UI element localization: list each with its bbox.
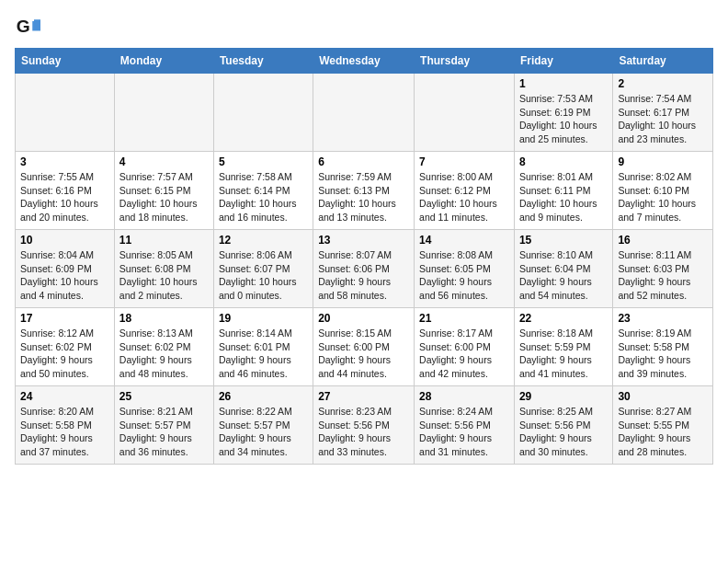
- weekday-header-tuesday: Tuesday: [213, 49, 313, 74]
- calendar-cell: 9Sunrise: 8:02 AMSunset: 6:10 PMDaylight…: [613, 152, 713, 230]
- day-number: 22: [519, 312, 608, 325]
- weekday-header-sunday: Sunday: [16, 49, 115, 74]
- day-info: Sunrise: 8:14 AMSunset: 6:01 PMDaylight:…: [219, 327, 308, 381]
- calendar-cell: 28Sunrise: 8:24 AMSunset: 5:56 PMDayligh…: [415, 386, 515, 465]
- day-number: 8: [519, 155, 608, 168]
- calendar-cell: 26Sunrise: 8:22 AMSunset: 5:57 PMDayligh…: [213, 386, 313, 465]
- day-info: Sunrise: 8:00 AMSunset: 6:12 PMDaylight:…: [419, 170, 509, 224]
- day-number: 14: [419, 234, 509, 247]
- calendar-cell: 7Sunrise: 8:00 AMSunset: 6:12 PMDaylight…: [415, 152, 515, 230]
- calendar-cell: 17Sunrise: 8:12 AMSunset: 6:02 PMDayligh…: [16, 308, 115, 386]
- day-number: 6: [318, 155, 409, 168]
- day-number: 7: [419, 155, 509, 168]
- calendar-cell: [313, 74, 415, 152]
- day-number: 5: [219, 155, 308, 168]
- day-info: Sunrise: 8:08 AMSunset: 6:05 PMDaylight:…: [419, 248, 509, 303]
- weekday-header-saturday: Saturday: [613, 49, 713, 74]
- week-row-2: 3Sunrise: 7:55 AMSunset: 6:16 PMDaylight…: [16, 152, 713, 230]
- logo-icon: G: [15, 15, 40, 40]
- calendar-cell: 5Sunrise: 7:58 AMSunset: 6:14 PMDaylight…: [213, 152, 313, 230]
- calendar-cell: 11Sunrise: 8:05 AMSunset: 6:08 PMDayligh…: [114, 230, 213, 308]
- day-info: Sunrise: 8:17 AMSunset: 6:00 PMDaylight:…: [419, 327, 509, 381]
- calendar-cell: 10Sunrise: 8:04 AMSunset: 6:09 PMDayligh…: [16, 230, 115, 308]
- calendar-cell: 1Sunrise: 7:53 AMSunset: 6:19 PMDaylight…: [514, 74, 612, 152]
- day-info: Sunrise: 8:06 AMSunset: 6:07 PMDaylight:…: [219, 248, 308, 303]
- week-row-4: 17Sunrise: 8:12 AMSunset: 6:02 PMDayligh…: [16, 308, 713, 386]
- day-info: Sunrise: 8:15 AMSunset: 6:00 PMDaylight:…: [318, 327, 409, 381]
- calendar-cell: 15Sunrise: 8:10 AMSunset: 6:04 PMDayligh…: [514, 230, 612, 308]
- day-info: Sunrise: 7:54 AMSunset: 6:17 PMDaylight:…: [618, 92, 708, 146]
- calendar-table: SundayMondayTuesdayWednesdayThursdayFrid…: [15, 48, 713, 465]
- weekday-header-row: SundayMondayTuesdayWednesdayThursdayFrid…: [16, 49, 713, 74]
- day-info: Sunrise: 8:19 AMSunset: 5:58 PMDaylight:…: [618, 327, 708, 381]
- calendar-cell: 24Sunrise: 8:20 AMSunset: 5:58 PMDayligh…: [16, 386, 115, 465]
- day-info: Sunrise: 7:55 AMSunset: 6:16 PMDaylight:…: [20, 170, 109, 224]
- day-number: 12: [219, 234, 308, 247]
- day-info: Sunrise: 8:02 AMSunset: 6:10 PMDaylight:…: [618, 170, 708, 224]
- calendar-cell: [16, 74, 115, 152]
- day-info: Sunrise: 8:07 AMSunset: 6:06 PMDaylight:…: [318, 248, 409, 303]
- calendar-cell: [415, 74, 515, 152]
- day-info: Sunrise: 8:21 AMSunset: 5:57 PMDaylight:…: [119, 405, 209, 459]
- day-number: 29: [519, 390, 608, 403]
- calendar-cell: 23Sunrise: 8:19 AMSunset: 5:58 PMDayligh…: [613, 308, 713, 386]
- day-info: Sunrise: 8:11 AMSunset: 6:03 PMDaylight:…: [618, 248, 708, 303]
- day-number: 13: [318, 234, 409, 247]
- calendar-cell: 29Sunrise: 8:25 AMSunset: 5:56 PMDayligh…: [514, 386, 612, 465]
- day-number: 17: [20, 312, 109, 325]
- day-number: 23: [618, 312, 708, 325]
- day-info: Sunrise: 7:59 AMSunset: 6:13 PMDaylight:…: [318, 170, 409, 224]
- day-number: 26: [219, 390, 308, 403]
- day-info: Sunrise: 8:05 AMSunset: 6:08 PMDaylight:…: [119, 248, 209, 303]
- calendar-cell: 6Sunrise: 7:59 AMSunset: 6:13 PMDaylight…: [313, 152, 415, 230]
- day-number: 25: [119, 390, 209, 403]
- day-number: 3: [20, 155, 109, 168]
- logo: G: [15, 15, 45, 40]
- day-number: 1: [519, 77, 608, 90]
- day-info: Sunrise: 7:58 AMSunset: 6:14 PMDaylight:…: [219, 170, 308, 224]
- calendar-cell: [213, 74, 313, 152]
- calendar-cell: 8Sunrise: 8:01 AMSunset: 6:11 PMDaylight…: [514, 152, 612, 230]
- day-number: 11: [119, 234, 209, 247]
- week-row-3: 10Sunrise: 8:04 AMSunset: 6:09 PMDayligh…: [16, 230, 713, 308]
- day-number: 21: [419, 312, 509, 325]
- svg-marker-3: [34, 19, 40, 23]
- day-info: Sunrise: 8:22 AMSunset: 5:57 PMDaylight:…: [219, 405, 308, 459]
- calendar-cell: 27Sunrise: 8:23 AMSunset: 5:56 PMDayligh…: [313, 386, 415, 465]
- calendar-cell: 12Sunrise: 8:06 AMSunset: 6:07 PMDayligh…: [213, 230, 313, 308]
- day-info: Sunrise: 8:12 AMSunset: 6:02 PMDaylight:…: [20, 327, 109, 381]
- calendar-cell: 19Sunrise: 8:14 AMSunset: 6:01 PMDayligh…: [213, 308, 313, 386]
- calendar-cell: 18Sunrise: 8:13 AMSunset: 6:02 PMDayligh…: [114, 308, 213, 386]
- day-info: Sunrise: 8:20 AMSunset: 5:58 PMDaylight:…: [20, 405, 109, 459]
- day-info: Sunrise: 7:53 AMSunset: 6:19 PMDaylight:…: [519, 92, 608, 146]
- calendar-cell: 30Sunrise: 8:27 AMSunset: 5:55 PMDayligh…: [613, 386, 713, 465]
- weekday-header-friday: Friday: [514, 49, 612, 74]
- day-number: 4: [119, 155, 209, 168]
- calendar-cell: [114, 74, 213, 152]
- calendar-cell: 3Sunrise: 7:55 AMSunset: 6:16 PMDaylight…: [16, 152, 115, 230]
- page-header: G: [15, 15, 713, 40]
- day-number: 24: [20, 390, 109, 403]
- day-info: Sunrise: 8:24 AMSunset: 5:56 PMDaylight:…: [419, 405, 509, 459]
- day-number: 18: [119, 312, 209, 325]
- day-number: 30: [618, 390, 708, 403]
- day-number: 10: [20, 234, 109, 247]
- day-info: Sunrise: 8:01 AMSunset: 6:11 PMDaylight:…: [519, 170, 608, 224]
- day-info: Sunrise: 8:18 AMSunset: 5:59 PMDaylight:…: [519, 327, 608, 381]
- calendar-cell: 2Sunrise: 7:54 AMSunset: 6:17 PMDaylight…: [613, 74, 713, 152]
- calendar-cell: 13Sunrise: 8:07 AMSunset: 6:06 PMDayligh…: [313, 230, 415, 308]
- day-info: Sunrise: 8:04 AMSunset: 6:09 PMDaylight:…: [20, 248, 109, 303]
- day-number: 2: [618, 77, 708, 90]
- weekday-header-thursday: Thursday: [415, 49, 515, 74]
- day-number: 9: [618, 155, 708, 168]
- day-number: 20: [318, 312, 409, 325]
- svg-text:G: G: [17, 17, 30, 36]
- day-info: Sunrise: 8:23 AMSunset: 5:56 PMDaylight:…: [318, 405, 409, 459]
- week-row-5: 24Sunrise: 8:20 AMSunset: 5:58 PMDayligh…: [16, 386, 713, 465]
- weekday-header-wednesday: Wednesday: [313, 49, 415, 74]
- calendar-cell: 16Sunrise: 8:11 AMSunset: 6:03 PMDayligh…: [613, 230, 713, 308]
- day-info: Sunrise: 8:25 AMSunset: 5:56 PMDaylight:…: [519, 405, 608, 459]
- day-number: 27: [318, 390, 409, 403]
- day-info: Sunrise: 7:57 AMSunset: 6:15 PMDaylight:…: [119, 170, 209, 224]
- calendar-cell: 14Sunrise: 8:08 AMSunset: 6:05 PMDayligh…: [415, 230, 515, 308]
